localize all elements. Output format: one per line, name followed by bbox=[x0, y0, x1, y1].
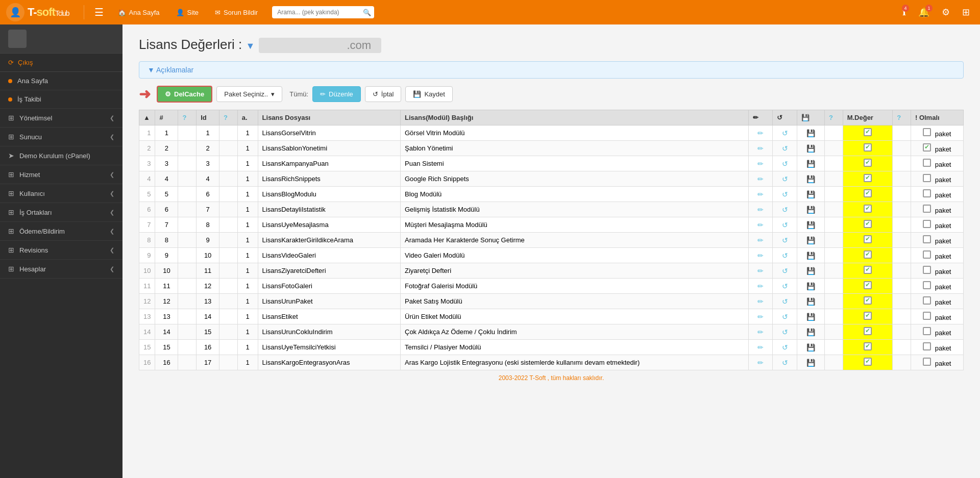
undo-icon[interactable]: ↺ bbox=[782, 175, 788, 183]
save-icon[interactable]: 💾 bbox=[806, 328, 815, 336]
sidebar-item-yonetimsel[interactable]: ⊞ Yönetimsel bbox=[0, 109, 122, 128]
row-undo-cell[interactable]: ↺ bbox=[773, 340, 797, 355]
save-icon[interactable]: 💾 bbox=[806, 236, 815, 244]
sidebar-exit[interactable]: ⟳ Çıkış bbox=[0, 54, 122, 72]
edit-icon[interactable]: ✏ bbox=[757, 144, 764, 153]
edit-icon[interactable]: ✏ bbox=[757, 221, 764, 229]
m-deger-checkbox[interactable] bbox=[864, 358, 872, 366]
row-m-deger-cell[interactable] bbox=[843, 340, 893, 355]
row-save-cell[interactable]: 💾 bbox=[797, 125, 824, 141]
nav-site-button[interactable]: 👤 Site bbox=[170, 6, 205, 19]
sidebar-item-ana-sayfa[interactable]: Ana Sayfa bbox=[0, 72, 122, 90]
m-deger-checkbox[interactable] bbox=[864, 159, 872, 167]
sidebar-item-sunucu[interactable]: ⊞ Sunucu bbox=[0, 128, 122, 146]
m-deger-checkbox[interactable] bbox=[864, 250, 872, 259]
row-save-cell[interactable]: 💾 bbox=[797, 156, 824, 171]
row-save-cell[interactable]: 💾 bbox=[797, 171, 824, 187]
save-icon[interactable]: 💾 bbox=[806, 313, 815, 321]
save-icon[interactable]: 💾 bbox=[806, 160, 815, 168]
sidebar-item-is-takibi[interactable]: İş Takibi bbox=[0, 90, 122, 109]
row-edit-cell[interactable]: ✏ bbox=[749, 340, 773, 355]
undo-icon[interactable]: ↺ bbox=[782, 267, 788, 275]
row-m-deger-cell[interactable] bbox=[843, 187, 893, 202]
row-save-cell[interactable]: 💾 bbox=[797, 248, 824, 263]
paket-secin-button[interactable]: Paket Seçiniz.. ▾ bbox=[216, 86, 282, 102]
row-undo-cell[interactable]: ↺ bbox=[773, 294, 797, 309]
row-m-deger-cell[interactable] bbox=[843, 263, 893, 279]
save-icon[interactable]: 💾 bbox=[806, 343, 815, 351]
olmali-checkbox[interactable] bbox=[923, 281, 931, 289]
save-icon[interactable]: 💾 bbox=[806, 190, 815, 198]
row-undo-cell[interactable]: ↺ bbox=[773, 233, 797, 248]
row-undo-cell[interactable]: ↺ bbox=[773, 309, 797, 324]
m-deger-checkbox[interactable] bbox=[864, 266, 872, 274]
row-olmali-cell[interactable]: paket bbox=[911, 217, 963, 233]
sidebar-item-hizmet[interactable]: ⊞ Hizmet bbox=[0, 165, 122, 184]
row-olmali-cell[interactable]: paket bbox=[911, 125, 963, 141]
save-icon[interactable]: 💾 bbox=[806, 251, 815, 260]
row-edit-cell[interactable]: ✏ bbox=[749, 309, 773, 324]
undo-icon[interactable]: ↺ bbox=[782, 297, 788, 306]
edit-icon[interactable]: ✏ bbox=[757, 297, 764, 306]
olmali-checkbox[interactable] bbox=[923, 250, 931, 259]
row-save-cell[interactable]: 💾 bbox=[797, 202, 824, 217]
info-button[interactable]: ℹ 4 bbox=[898, 5, 910, 20]
edit-icon[interactable]: ✏ bbox=[757, 236, 764, 244]
row-m-deger-cell[interactable] bbox=[843, 309, 893, 324]
row-undo-cell[interactable]: ↺ bbox=[773, 248, 797, 263]
info-icon[interactable]: ? bbox=[829, 114, 833, 121]
row-undo-cell[interactable]: ↺ bbox=[773, 279, 797, 294]
iptal-button[interactable]: ↺ İptal bbox=[365, 86, 402, 102]
row-edit-cell[interactable]: ✏ bbox=[749, 279, 773, 294]
undo-icon[interactable]: ↺ bbox=[782, 129, 788, 137]
undo-icon[interactable]: ↺ bbox=[782, 282, 788, 290]
undo-icon[interactable]: ↺ bbox=[782, 206, 788, 214]
row-m-deger-cell[interactable] bbox=[843, 217, 893, 233]
hamburger-button[interactable]: ☰ bbox=[90, 4, 108, 20]
edit-icon[interactable]: ✏ bbox=[757, 175, 764, 183]
undo-icon[interactable]: ↺ bbox=[782, 313, 788, 321]
olmali-checkbox[interactable] bbox=[923, 235, 931, 243]
row-save-cell[interactable]: 💾 bbox=[797, 217, 824, 233]
row-undo-cell[interactable]: ↺ bbox=[773, 141, 797, 156]
m-deger-checkbox[interactable] bbox=[864, 189, 872, 197]
row-save-cell[interactable]: 💾 bbox=[797, 279, 824, 294]
row-m-deger-cell[interactable] bbox=[843, 324, 893, 340]
row-m-deger-cell[interactable] bbox=[843, 202, 893, 217]
olmali-checkbox[interactable] bbox=[923, 189, 931, 197]
row-save-cell[interactable]: 💾 bbox=[797, 309, 824, 324]
row-edit-cell[interactable]: ✏ bbox=[749, 324, 773, 340]
olmali-checkbox[interactable] bbox=[923, 159, 931, 167]
m-deger-checkbox[interactable] bbox=[864, 220, 872, 228]
row-m-deger-cell[interactable] bbox=[843, 141, 893, 156]
row-undo-cell[interactable]: ↺ bbox=[773, 324, 797, 340]
row-edit-cell[interactable]: ✏ bbox=[749, 187, 773, 202]
kaydet-button[interactable]: 💾 Kaydet bbox=[405, 86, 452, 102]
row-undo-cell[interactable]: ↺ bbox=[773, 202, 797, 217]
row-olmali-cell[interactable]: paket bbox=[911, 233, 963, 248]
edit-icon[interactable]: ✏ bbox=[757, 282, 764, 290]
row-undo-cell[interactable]: ↺ bbox=[773, 156, 797, 171]
row-olmali-cell[interactable]: paket bbox=[911, 202, 963, 217]
row-save-cell[interactable]: 💾 bbox=[797, 187, 824, 202]
row-olmali-cell[interactable]: paket bbox=[911, 156, 963, 171]
m-deger-checkbox[interactable] bbox=[864, 342, 872, 350]
search-input[interactable] bbox=[272, 6, 374, 18]
undo-icon[interactable]: ↺ bbox=[782, 190, 788, 198]
sidebar-item-kullanici[interactable]: ⊞ Kullanıcı bbox=[0, 184, 122, 203]
undo-icon[interactable]: ↺ bbox=[782, 236, 788, 244]
nav-ana-sayfa-button[interactable]: 🏠 Ana Sayfa bbox=[112, 6, 166, 19]
sidebar-item-is-ortaklari[interactable]: ⊞ İş Ortakları bbox=[0, 203, 122, 222]
m-deger-checkbox[interactable] bbox=[864, 235, 872, 243]
settings-button[interactable]: ⚙ bbox=[938, 5, 954, 20]
sidebar-item-demo-kurulum[interactable]: ➤ Demo Kurulum (cPanel) bbox=[0, 146, 122, 165]
row-m-deger-cell[interactable] bbox=[843, 279, 893, 294]
olmali-checkbox[interactable] bbox=[923, 266, 931, 274]
m-deger-checkbox[interactable] bbox=[864, 205, 872, 213]
olmali-checkbox[interactable] bbox=[923, 342, 931, 350]
row-undo-cell[interactable]: ↺ bbox=[773, 125, 797, 141]
row-edit-cell[interactable]: ✏ bbox=[749, 248, 773, 263]
info-icon[interactable]: ? bbox=[182, 114, 186, 121]
row-edit-cell[interactable]: ✏ bbox=[749, 125, 773, 141]
nav-sorun-bildir-button[interactable]: ✉ Sorun Bildir bbox=[209, 6, 264, 19]
